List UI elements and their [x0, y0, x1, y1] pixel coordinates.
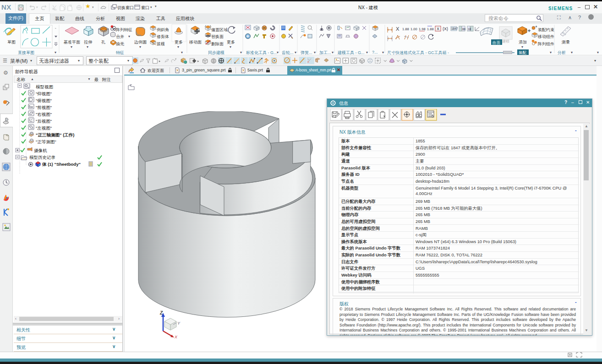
svg-text:X: X	[396, 26, 400, 32]
svg-text:Y: Y	[177, 321, 181, 326]
svg-text:1.88: 1.88	[427, 27, 434, 31]
svg-text:1.98: 1.98	[419, 27, 426, 31]
svg-text:X: X	[174, 335, 178, 339]
svg-text:Z: Z	[159, 310, 163, 315]
svg-text:1.88: 1.88	[402, 27, 409, 31]
svg-text:88: 88	[462, 27, 466, 31]
svg-text:18: 18	[468, 27, 471, 31]
svg-text:{X}: {X}	[443, 27, 448, 31]
svg-text:1847: 1847	[451, 27, 458, 30]
svg-text:X: X	[437, 27, 439, 31]
svg-text:1.00: 1.00	[410, 27, 417, 31]
